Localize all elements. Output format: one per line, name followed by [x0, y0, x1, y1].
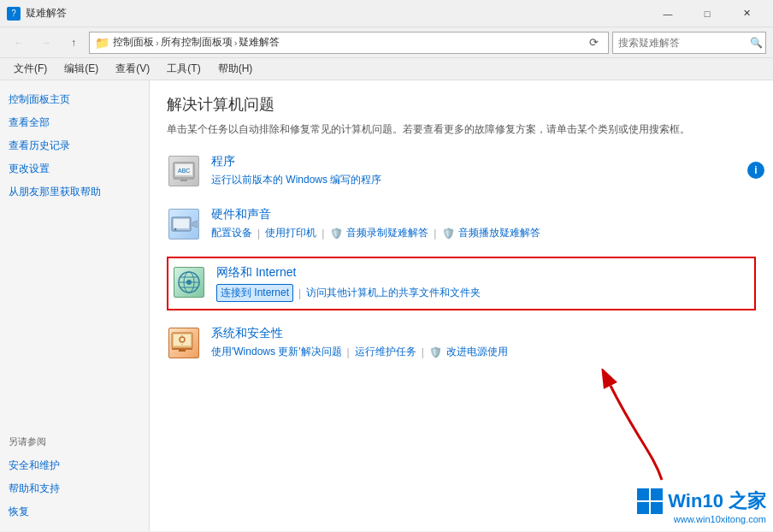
svg-rect-17: [172, 348, 192, 350]
sidebar-link-settings[interactable]: 更改设置: [9, 160, 140, 178]
category-program: ABC 程序 运行以前版本的 Windows 编写的程序: [167, 151, 756, 192]
watermark: Win10 之家 www.win10xitong.com: [637, 488, 766, 524]
watermark-site: www.win10xitong.com: [674, 514, 766, 524]
system-link-2[interactable]: 运行维护任务: [355, 345, 416, 359]
network-content: 网络和 Internet 连接到 Internet | 访问其他计算机上的共享文…: [216, 265, 481, 302]
sidebar-also-restore[interactable]: 恢复: [9, 503, 140, 521]
network-icon: [172, 265, 206, 299]
sidebar-also-security[interactable]: 安全和维护: [9, 457, 140, 475]
minimize-button[interactable]: —: [648, 0, 687, 27]
menu-view[interactable]: 查看(V): [109, 60, 156, 78]
system-link-3[interactable]: 改进电源使用: [446, 345, 508, 359]
titlebar-buttons: — □ ✕: [648, 0, 766, 27]
app-icon: ?: [7, 7, 21, 21]
watermark-title: Win10 之家: [668, 488, 766, 514]
refresh-button[interactable]: ⟳: [584, 33, 603, 52]
menu-help[interactable]: 帮助(H): [211, 60, 260, 78]
info-badge: i: [747, 162, 764, 179]
folder-icon: 📁: [95, 36, 109, 50]
program-links: 运行以前版本的 Windows 编写的程序: [211, 173, 381, 187]
svg-text:ABC: ABC: [178, 168, 190, 174]
page-description: 单击某个任务以自动排除和修复常见的计算机问题。若要查看更多的故障修复方案，请单击…: [167, 121, 756, 137]
system-icon: [167, 326, 201, 360]
breadcrumb-part-3: 疑难解答: [239, 35, 280, 50]
program-title[interactable]: 程序: [211, 154, 381, 169]
sidebar-also-help[interactable]: 帮助和支持: [9, 480, 140, 498]
hardware-links: 配置设备 | 使用打印机 | 🛡️ 音频录制疑难解答 | 🛡️ 音频播放疑难解答: [211, 226, 540, 240]
program-content: 程序 运行以前版本的 Windows 编写的程序: [211, 154, 381, 187]
search-input[interactable]: [618, 37, 746, 49]
search-bar[interactable]: 🔍: [612, 32, 766, 54]
menu-edit[interactable]: 编辑(E): [57, 60, 105, 78]
page-title: 解决计算机问题: [167, 94, 756, 115]
sidebar: 控制面板主页 查看全部 查看历史记录 更改设置 从朋友那里获取帮助 另请参阅 安…: [0, 80, 150, 531]
shield-icon-3: 🛡️: [429, 346, 443, 359]
sidebar-link-friend[interactable]: 从朋友那里获取帮助: [9, 183, 140, 201]
win-logo: [637, 488, 663, 514]
svg-rect-18: [179, 350, 186, 352]
svg-point-8: [174, 228, 177, 231]
hardware-link-2[interactable]: 使用打印机: [265, 226, 316, 240]
sidebar-link-viewall[interactable]: 查看全部: [9, 114, 140, 132]
menu-file[interactable]: 文件(F): [7, 60, 54, 78]
menu-tools[interactable]: 工具(T): [160, 60, 207, 78]
sidebar-also-title: 另请参阅: [9, 435, 140, 448]
category-hardware: 硬件和声音 配置设备 | 使用打印机 | 🛡️ 音频录制疑难解答 | 🛡️ 音频…: [167, 204, 756, 245]
network-link-1[interactable]: 连接到 Internet: [216, 284, 293, 302]
hardware-link-3[interactable]: 音频录制疑难解答: [346, 226, 428, 240]
sidebar-link-history[interactable]: 查看历史记录: [9, 137, 140, 155]
main-layout: 控制面板主页 查看全部 查看历史记录 更改设置 从朋友那里获取帮助 另请参阅 安…: [0, 80, 773, 531]
program-link-1[interactable]: 运行以前版本的 Windows 编写的程序: [211, 173, 381, 187]
system-title[interactable]: 系统和安全性: [211, 326, 508, 341]
system-link-1[interactable]: 使用'Windows 更新'解决问题: [211, 345, 342, 359]
network-title[interactable]: 网络和 Internet: [216, 265, 481, 281]
shield-icon-2: 🛡️: [441, 227, 455, 240]
system-content: 系统和安全性 使用'Windows 更新'解决问题 | 运行维护任务 | 🛡️ …: [211, 326, 508, 359]
navbar: ← → ↑ 📁 控制面板 › 所有控制面板项 › 疑难解答 ⟳ 🔍: [0, 27, 773, 58]
category-network: 网络和 Internet 连接到 Internet | 访问其他计算机上的共享文…: [172, 262, 751, 305]
svg-rect-3: [180, 180, 187, 181]
titlebar-title: 疑难解答: [26, 6, 648, 21]
maximize-button[interactable]: □: [687, 0, 727, 27]
address-bar[interactable]: 📁 控制面板 › 所有控制面板项 › 疑难解答 ⟳: [89, 32, 609, 54]
system-links: 使用'Windows 更新'解决问题 | 运行维护任务 | 🛡️ 改进电源使用: [211, 345, 508, 359]
titlebar: ? 疑难解答 — □ ✕: [0, 0, 773, 27]
highlighted-network-section: 网络和 Internet 连接到 Internet | 访问其他计算机上的共享文…: [167, 257, 756, 310]
up-button[interactable]: ↑: [62, 31, 86, 55]
menubar: 文件(F) 编辑(E) 查看(V) 工具(T) 帮助(H): [0, 58, 773, 80]
back-button[interactable]: ←: [7, 31, 31, 55]
network-link-2[interactable]: 访问其他计算机上的共享文件和文件夹: [306, 286, 481, 300]
close-button[interactable]: ✕: [727, 0, 766, 27]
search-icon[interactable]: 🔍: [750, 37, 763, 49]
shield-icon-1: 🛡️: [329, 227, 343, 240]
hardware-link-4[interactable]: 音频播放疑难解答: [458, 226, 540, 240]
sidebar-link-home[interactable]: 控制面板主页: [9, 91, 140, 109]
hardware-title[interactable]: 硬件和声音: [211, 207, 540, 222]
hardware-link-1[interactable]: 配置设备: [211, 226, 252, 240]
breadcrumb: 控制面板 › 所有控制面板项 › 疑难解答: [113, 35, 581, 50]
hardware-content: 硬件和声音 配置设备 | 使用打印机 | 🛡️ 音频录制疑难解答 | 🛡️ 音频…: [211, 207, 540, 240]
network-links: 连接到 Internet | 访问其他计算机上的共享文件和文件夹: [216, 284, 481, 302]
category-system: 系统和安全性 使用'Windows 更新'解决问题 | 运行维护任务 | 🛡️ …: [167, 322, 756, 364]
hardware-icon: [167, 207, 201, 241]
program-icon: ABC: [167, 154, 201, 188]
svg-point-14: [186, 280, 192, 285]
svg-marker-7: [192, 221, 198, 228]
svg-rect-2: [174, 178, 194, 180]
forward-button[interactable]: →: [34, 31, 58, 55]
breadcrumb-part-2: 所有控制面板项: [161, 35, 233, 50]
breadcrumb-part-1: 控制面板: [113, 35, 154, 50]
svg-rect-6: [174, 219, 189, 228]
content-area: i 解决计算机问题 单击某个任务以自动排除和修复常见的计算机问题。若要查看更多的…: [150, 80, 773, 531]
red-arrow: [585, 369, 687, 488]
